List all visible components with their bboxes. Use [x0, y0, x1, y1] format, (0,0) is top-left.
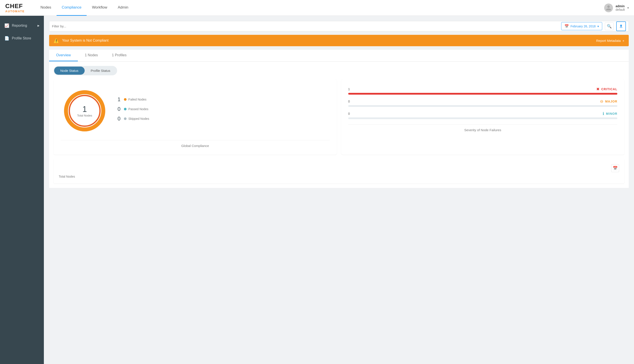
report-metadata-plus: +	[622, 39, 624, 42]
toggle-area: Node Status Profile Status	[49, 66, 629, 75]
user-name: admin	[615, 4, 625, 8]
bottom-card-header: 📅	[59, 164, 619, 172]
tabs-container: Overview 1 Nodes 1 Profiles Node Status …	[49, 50, 629, 188]
avatar	[604, 4, 613, 12]
logo-automate: AUTOMATE	[5, 10, 25, 13]
severity-list: 1 ✖ CRITICAL	[348, 87, 617, 119]
major-label-area: ⊖ MAJOR	[600, 99, 617, 104]
passed-label: Passed Nodes	[128, 107, 148, 111]
tabs: Overview 1 Nodes 1 Profiles	[49, 50, 629, 62]
calendar-icon: 📅	[564, 24, 569, 28]
critical-bar-fill	[348, 93, 617, 94]
nav-nodes[interactable]: Nodes	[35, 0, 56, 16]
toggle-group: Node Status Profile Status	[54, 66, 117, 75]
failed-count: 1	[118, 96, 120, 102]
alert-icon: ⚠️	[54, 38, 59, 43]
major-count: 0	[348, 100, 350, 103]
sidebar-item-reporting[interactable]: 📈 Reporting ▶	[0, 19, 44, 32]
bottom-card: 📅 Total Nodes	[54, 159, 624, 184]
severity-footer: Severity of Node Failures	[348, 124, 617, 132]
filter-bar: 📅 February 26, 2018 ▾ 🔍	[49, 21, 629, 31]
date-picker-button[interactable]: 📅 February 26, 2018 ▾	[561, 22, 602, 30]
legend-passed: 0 Passed Nodes	[118, 106, 149, 112]
user-icon	[605, 5, 612, 11]
total-nodes-number: 1	[77, 105, 92, 114]
global-compliance-card: 1 Total Nodes 1 Failed Nodes	[54, 80, 337, 154]
report-metadata-label: Report Metadata	[596, 39, 621, 42]
skipped-label: Skipped Nodes	[128, 117, 149, 120]
skipped-count: 0	[118, 116, 120, 122]
legend-failed: 1 Failed Nodes	[118, 96, 149, 102]
legend-skipped: 0 Skipped Nodes	[118, 116, 149, 122]
nav-workflow[interactable]: Workflow	[87, 0, 112, 16]
download-icon	[619, 24, 623, 28]
top-nav: CHEF AUTOMATE Nodes Compliance Workflow …	[0, 0, 634, 16]
severity-critical: 1 ✖ CRITICAL	[348, 87, 617, 94]
minor-label-area: ℹ MINOR	[603, 111, 617, 116]
severity-major: 0 ⊖ MAJOR	[348, 99, 617, 107]
donut-chart: 1 Total Nodes	[61, 87, 109, 135]
chart-area: 1 Total Nodes 1 Failed Nodes	[61, 87, 330, 135]
severity-minor: 0 ℹ MINOR	[348, 111, 617, 119]
total-nodes-label: Total Nodes	[77, 114, 92, 117]
major-label: MAJOR	[605, 100, 617, 103]
failed-dot	[124, 98, 127, 101]
skipped-dot	[124, 118, 127, 120]
critical-count: 1	[348, 88, 350, 91]
logo: CHEF AUTOMATE	[5, 3, 25, 13]
cards-grid: 1 Total Nodes 1 Failed Nodes	[54, 80, 624, 154]
severity-major-header: 0 ⊖ MAJOR	[348, 99, 617, 104]
sidebar-label-reporting: Reporting	[12, 24, 27, 28]
minor-bar-track	[348, 118, 617, 119]
cards-area: 1 Total Nodes 1 Failed Nodes	[49, 80, 629, 188]
app-container: CHEF AUTOMATE Nodes Compliance Workflow …	[0, 0, 634, 364]
main-content: 📅 February 26, 2018 ▾ 🔍 ⚠️ Your System i…	[44, 16, 634, 364]
passed-dot	[124, 108, 127, 110]
toggle-node-status[interactable]: Node Status	[54, 66, 85, 75]
alert-banner: ⚠️ Your System is Not Compliant Report M…	[49, 35, 629, 46]
minor-label: MINOR	[606, 112, 617, 116]
search-button[interactable]: 🔍	[605, 22, 614, 30]
nav-admin[interactable]: Admin	[112, 0, 134, 16]
minor-icon: ℹ	[603, 111, 604, 116]
critical-bar-track	[348, 93, 617, 94]
download-button[interactable]	[616, 22, 626, 31]
calendar-button[interactable]: 📅	[611, 164, 619, 172]
date-chevron: ▾	[597, 24, 599, 28]
profile-store-icon: 📄	[5, 36, 9, 41]
reporting-arrow: ▶	[38, 24, 40, 27]
sidebar: 📈 Reporting ▶ 📄 Profile Store	[0, 16, 44, 364]
user-info: admin default	[615, 4, 625, 12]
bottom-card-label: Total Nodes	[59, 175, 619, 178]
severity-minor-header: 0 ℹ MINOR	[348, 111, 617, 116]
filter-input[interactable]	[52, 21, 559, 31]
sidebar-item-profile-store[interactable]: 📄 Profile Store	[0, 32, 44, 45]
date-label: February 26, 2018	[571, 24, 596, 28]
major-icon: ⊖	[600, 99, 603, 104]
main-area: 📈 Reporting ▶ 📄 Profile Store 📅 February…	[0, 16, 634, 364]
nav-compliance[interactable]: Compliance	[57, 0, 87, 16]
critical-icon: ✖	[596, 87, 599, 92]
donut-label: 1 Total Nodes	[77, 105, 92, 117]
legend: 1 Failed Nodes 0 Passed Nodes	[118, 96, 149, 125]
passed-count: 0	[118, 106, 120, 112]
alert-text: Your System is Not Compliant	[62, 38, 596, 42]
reporting-icon: 📈	[5, 23, 9, 28]
report-metadata-button[interactable]: Report Metadata +	[596, 39, 624, 42]
critical-label-area: ✖ CRITICAL	[596, 87, 617, 92]
tab-nodes[interactable]: 1 Nodes	[78, 50, 105, 61]
tab-profiles[interactable]: 1 Profiles	[105, 50, 134, 61]
sidebar-label-profile-store: Profile Store	[12, 36, 31, 40]
major-bar-track	[348, 105, 617, 107]
tab-overview[interactable]: Overview	[49, 50, 78, 61]
global-compliance-footer: Global Compliance	[61, 140, 330, 148]
nav-links: Nodes Compliance Workflow Admin	[35, 0, 604, 16]
failed-label: Failed Nodes	[128, 98, 146, 101]
toggle-profile-status[interactable]: Profile Status	[85, 66, 116, 75]
critical-label: CRITICAL	[601, 88, 617, 91]
user-area: admin default ▾	[604, 4, 629, 12]
severity-card: 1 ✖ CRITICAL	[341, 80, 624, 154]
user-menu-chevron[interactable]: ▾	[627, 6, 629, 10]
user-role: default	[615, 8, 625, 12]
logo-chef: CHEF	[5, 3, 25, 10]
